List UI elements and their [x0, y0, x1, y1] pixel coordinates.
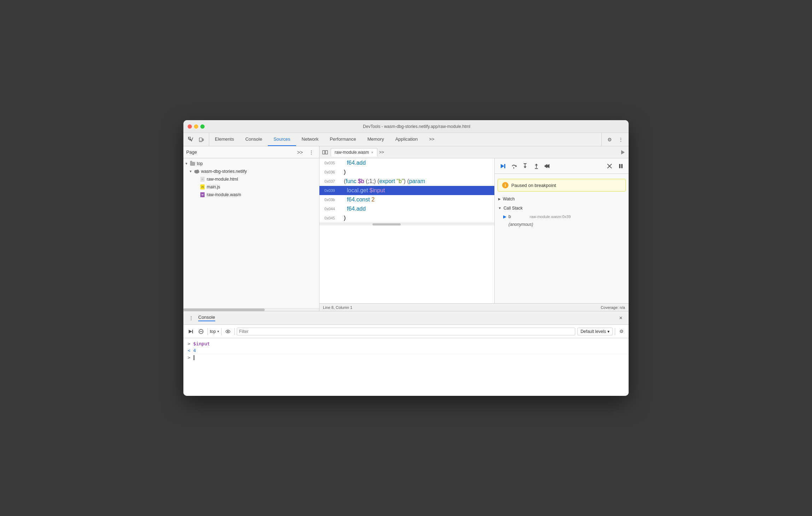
svg-rect-25 — [621, 164, 623, 168]
callstack-label: Call Stack — [504, 206, 523, 211]
tab-application[interactable]: Application — [390, 133, 424, 146]
window-title: DevTools - wasm-dbg-stories.netlify.app/… — [209, 124, 624, 129]
tree-arrow-domain: ▼ — [189, 170, 194, 173]
svg-marker-9 — [621, 150, 625, 154]
editor-area: raw-module.wasm × >> — [319, 146, 629, 311]
tree-item-wasm[interactable]: ▶ W raw-module.wasm — [183, 191, 319, 199]
console-eye-icon[interactable] — [224, 327, 232, 336]
console-title: Console — [198, 315, 215, 321]
svg-rect-7 — [323, 151, 325, 154]
tab-network[interactable]: Network — [296, 133, 324, 146]
sidebar-more-icon[interactable]: >> — [295, 147, 305, 157]
console-run-icon[interactable] — [186, 327, 195, 336]
editor-scrollbar-h[interactable] — [319, 223, 494, 225]
callstack-item-b[interactable]: ▶ b raw-module.wasm:0x39 — [495, 213, 629, 221]
console-settings-icon[interactable]: ⚙ — [617, 327, 626, 336]
sidebar-menu-icon[interactable]: ⋮ — [306, 147, 316, 157]
console-prompt-right-2: > — [188, 355, 190, 360]
code-line-036: 0x036 ) — [319, 168, 494, 177]
close-button[interactable] — [188, 124, 192, 129]
console-levels-button[interactable]: Default levels ▾ — [577, 328, 613, 335]
maximize-button[interactable] — [200, 124, 205, 129]
tab-performance[interactable]: Performance — [324, 133, 361, 146]
editor-tab-more[interactable]: >> — [377, 148, 386, 157]
tree-label-domain: wasm-dbg-stories.netlify — [201, 169, 247, 174]
device-mode-icon[interactable] — [197, 135, 206, 144]
pause-exceptions-button[interactable] — [616, 161, 626, 171]
sidebar-header-actions: >> ⋮ — [295, 147, 316, 157]
tree-item-top[interactable]: ▼ top — [183, 160, 319, 168]
svg-marker-21 — [545, 164, 547, 168]
console-header: ⋮ Console × — [183, 311, 629, 325]
console-clear-icon[interactable] — [197, 327, 205, 336]
tree-item-js[interactable]: ▶ JS main.js — [183, 183, 319, 191]
tree-item-domain[interactable]: ▼ wasm-dbg-stories.netlify — [183, 168, 319, 175]
code-addr-03b: 0x03b — [319, 197, 338, 203]
inspect-element-icon[interactable] — [186, 135, 195, 144]
callstack-section-header[interactable]: ▼ Call Stack — [495, 204, 629, 213]
svg-rect-11 — [504, 164, 505, 168]
tree-item-html[interactable]: ▶ H raw-module.html — [183, 175, 319, 183]
code-content-036: ) — [338, 168, 494, 177]
notice-info-icon: i — [502, 182, 508, 188]
tab-console[interactable]: Console — [240, 133, 268, 146]
code-content-03b: f64.const 2 — [338, 195, 494, 204]
tab-bar: Elements Console Sources Network Perform… — [183, 133, 629, 146]
console-close-icon[interactable]: × — [617, 314, 625, 322]
console-levels-chevron: ▾ — [607, 329, 610, 334]
title-bar: DevTools - wasm-dbg-stories.netlify.app/… — [183, 120, 629, 133]
file-wasm-icon: W — [200, 192, 205, 198]
editor-status-bar: Line 8, Column 1 Coverage: n/a — [319, 303, 629, 311]
console-filter-input[interactable] — [237, 328, 575, 335]
tab-sources[interactable]: Sources — [268, 133, 296, 146]
code-addr-037: 0x037 — [319, 178, 338, 185]
tab-bar-right-actions: ⚙ ⋮ — [601, 133, 629, 146]
code-line-039: 0x039 local.get $input — [319, 186, 494, 195]
notice-text: Paused on breakpoint — [511, 183, 556, 188]
resume-button[interactable] — [498, 161, 507, 171]
tab-elements[interactable]: Elements — [209, 133, 240, 146]
code-addr-039: 0x039 — [319, 187, 338, 194]
breakpoint-notice: i Paused on breakpoint — [498, 179, 626, 192]
console-separator-3 — [234, 328, 235, 335]
editor-run-icon[interactable] — [619, 148, 627, 157]
svg-marker-26 — [189, 330, 192, 333]
watch-section-header[interactable]: ▶ Watch — [495, 194, 629, 204]
console-line-input: > $input — [183, 340, 629, 347]
debugger-content: i Paused on breakpoint ▶ Watch — [495, 174, 629, 303]
code-content-045: ) — [338, 213, 494, 223]
more-options-icon[interactable]: ⋮ — [616, 135, 626, 145]
editor-toggle-icon[interactable] — [321, 148, 329, 157]
console-prompt-left-1: < — [188, 348, 190, 353]
editor-code[interactable]: 0x035 f64.add 0x036 ) 0x037 — [319, 158, 494, 303]
tab-memory[interactable]: Memory — [362, 133, 390, 146]
editor-tab-close[interactable]: × — [371, 150, 373, 154]
tab-more[interactable]: >> — [423, 133, 440, 146]
console-toolbar: top ▾ Default levels ▾ ⚙ — [183, 325, 629, 338]
callstack-func-b: b — [508, 214, 530, 219]
step-back-button[interactable] — [543, 161, 553, 171]
code-line-044: 0x044 f64.add — [319, 204, 494, 213]
console-content: > $input < 4 > — [183, 338, 629, 396]
sidebar-tree: ▼ top ▼ — [183, 158, 319, 308]
tree-label-js: main.js — [207, 184, 220, 189]
sidebar-scroll-thumb — [183, 309, 265, 311]
svg-rect-27 — [192, 330, 193, 333]
console-line-result: < 4 — [183, 347, 629, 354]
editor-tab-wasm[interactable]: raw-module.wasm × — [331, 148, 377, 157]
watch-label: Watch — [503, 197, 515, 201]
code-line-045: 0x045 ) — [319, 213, 494, 223]
console-area: ⋮ Console × — [183, 311, 629, 396]
step-out-button[interactable] — [531, 161, 541, 171]
console-menu-icon[interactable]: ⋮ — [187, 314, 195, 322]
deactivate-breakpoints-button[interactable] — [605, 161, 614, 171]
console-input-line[interactable]: > — [183, 354, 629, 361]
sidebar-scroll — [183, 308, 319, 311]
callstack-active-icon: ▶ — [503, 214, 506, 219]
callstack-item-anon[interactable]: ▶ (anonymous) — [495, 221, 629, 228]
settings-icon[interactable]: ⚙ — [605, 135, 614, 145]
minimize-button[interactable] — [194, 124, 198, 129]
svg-marker-18 — [535, 164, 538, 165]
step-over-button[interactable] — [509, 161, 519, 171]
step-into-button[interactable] — [520, 161, 530, 171]
